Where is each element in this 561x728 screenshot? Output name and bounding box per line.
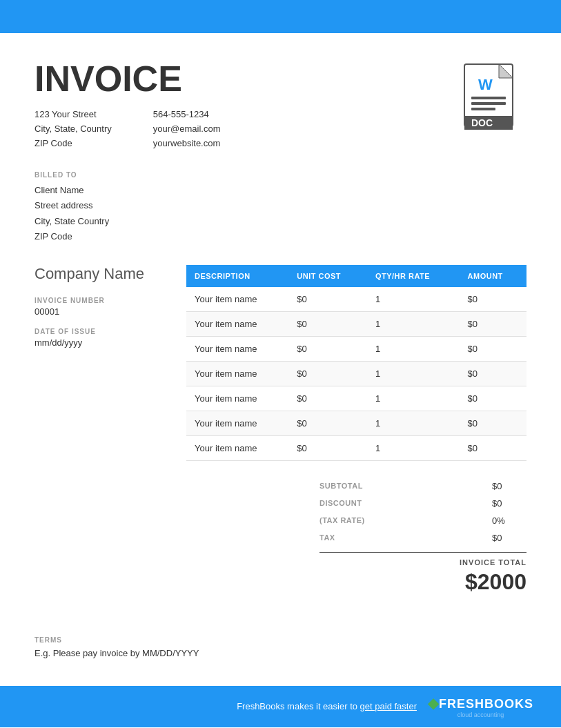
header-section: INVOICE 123 Your Street City, State, Cou… (35, 61, 526, 150)
discount-value: $0 (492, 498, 526, 509)
totals-table: SUBTOTAL $0 DISCOUNT $0 (TAX RATE) 0% TA… (319, 478, 526, 595)
cell-qty: 1 (367, 411, 460, 435)
cell-amount: $0 (460, 386, 526, 411)
cell-qty: 1 (367, 435, 460, 460)
terms-text: E.g. Please pay invoice by MM/DD/YYYY (35, 648, 526, 658)
invoice-table-container: DESCRIPTION UNIT COST QTY/HR RATE AMOUNT… (186, 265, 526, 461)
cell-unit-cost: $0 (288, 361, 367, 386)
invoice-title: INVOICE (35, 61, 220, 97)
tax-row: TAX $0 (319, 529, 526, 547)
main-content: INVOICE 123 Your Street City, State, Cou… (0, 33, 561, 686)
doc-icon: W DOC (457, 61, 526, 139)
billed-info: Client Name Street address City, State C… (35, 183, 526, 244)
invoice-number-block: INVOICE NUMBER 00001 (35, 297, 166, 317)
subtotal-value: $0 (492, 481, 526, 491)
leaf-icon: ◆ (428, 696, 439, 711)
table-row: Your item name $0 1 $0 (186, 435, 526, 460)
address-section: 123 Your Street City, State, Country ZIP… (35, 108, 220, 150)
cell-unit-cost: $0 (288, 287, 367, 312)
cell-amount: $0 (460, 287, 526, 312)
address-block: 123 Your Street City, State, Country ZIP… (35, 108, 112, 150)
discount-row: DISCOUNT $0 (319, 495, 526, 512)
svg-text:W: W (478, 76, 493, 93)
invoice-number-value: 00001 (35, 306, 166, 317)
tax-label: TAX (319, 533, 335, 542)
cell-description: Your item name (186, 411, 288, 435)
totals-section: SUBTOTAL $0 DISCOUNT $0 (TAX RATE) 0% TA… (35, 478, 526, 595)
svg-rect-4 (471, 102, 506, 105)
cell-qty: 1 (367, 361, 460, 386)
invoice-total-block: INVOICE TOTAL $2000 (319, 558, 526, 595)
footer-link[interactable]: get paid faster (360, 701, 417, 711)
client-street: Street address (35, 198, 526, 213)
top-bar (0, 0, 561, 33)
footer-text: FreshBooks makes it easier to get paid f… (237, 701, 417, 711)
cell-unit-cost: $0 (288, 311, 367, 336)
cell-qty: 1 (367, 311, 460, 336)
invoice-total-value: $2000 (465, 569, 526, 595)
cell-description: Your item name (186, 435, 288, 460)
cell-amount: $0 (460, 336, 526, 361)
date-of-issue-block: DATE OF ISSUE mm/dd/yyyy (35, 328, 166, 348)
tax-value: $0 (492, 533, 526, 543)
cell-description: Your item name (186, 386, 288, 411)
tax-rate-row: (TAX RATE) 0% (319, 512, 526, 529)
col-description: DESCRIPTION (186, 265, 288, 287)
client-name: Client Name (35, 183, 526, 198)
freshbooks-brand: ◆FRESHBOOKS (428, 695, 533, 711)
svg-rect-5 (471, 108, 495, 110)
table-row: Your item name $0 1 $0 (186, 411, 526, 435)
tax-rate-value: 0% (492, 515, 526, 526)
date-of-issue-value: mm/dd/yyyy (35, 337, 166, 348)
zip-address: ZIP Code (35, 137, 112, 151)
svg-text:DOC: DOC (471, 117, 493, 128)
cell-description: Your item name (186, 311, 288, 336)
invoice-header-left: INVOICE 123 Your Street City, State, Cou… (35, 61, 220, 150)
cell-qty: 1 (367, 287, 460, 312)
terms-section: TERMS E.g. Please pay invoice by MM/DD/Y… (35, 636, 526, 658)
invoice-number-label: INVOICE NUMBER (35, 297, 166, 304)
subtotal-label: SUBTOTAL (319, 482, 363, 490)
table-row: Your item name $0 1 $0 (186, 386, 526, 411)
cell-amount: $0 (460, 311, 526, 336)
totals-divider (319, 552, 526, 553)
company-name: Company Name (35, 265, 166, 283)
invoice-total-label: INVOICE TOTAL (460, 558, 526, 567)
contact-block: 564-555-1234 your@email.com yourwebsite.… (153, 108, 221, 150)
client-zip: ZIP Code (35, 229, 526, 244)
cell-description: Your item name (186, 361, 288, 386)
table-row: Your item name $0 1 $0 (186, 361, 526, 386)
phone: 564-555-1234 (153, 108, 221, 122)
subtotal-row: SUBTOTAL $0 (319, 478, 526, 495)
email: your@email.com (153, 122, 221, 137)
city-state-address: City, State, Country (35, 122, 112, 137)
cell-qty: 1 (367, 386, 460, 411)
col-amount: AMOUNT (460, 265, 526, 287)
invoice-table: DESCRIPTION UNIT COST QTY/HR RATE AMOUNT… (186, 265, 526, 461)
left-col: Company Name INVOICE NUMBER 00001 DATE O… (35, 265, 166, 461)
cell-unit-cost: $0 (288, 336, 367, 361)
tax-rate-label: (TAX RATE) (319, 516, 365, 524)
billed-section: BILLED TO Client Name Street address Cit… (35, 171, 526, 244)
discount-label: DISCOUNT (319, 499, 362, 507)
cell-qty: 1 (367, 336, 460, 361)
client-city-state: City, State Country (35, 214, 526, 229)
cell-unit-cost: $0 (288, 386, 367, 411)
cell-amount: $0 (460, 411, 526, 435)
street-address: 123 Your Street (35, 108, 112, 122)
freshbooks-logo: ◆FRESHBOOKS cloud accounting (428, 695, 533, 718)
col-unit-cost: UNIT COST (288, 265, 367, 287)
table-row: Your item name $0 1 $0 (186, 336, 526, 361)
table-header-row: DESCRIPTION UNIT COST QTY/HR RATE AMOUNT (186, 265, 526, 287)
terms-label: TERMS (35, 636, 526, 644)
website: yourwebsite.com (153, 137, 221, 151)
bottom-bar: FreshBooks makes it easier to get paid f… (0, 686, 561, 727)
cell-unit-cost: $0 (288, 435, 367, 460)
cell-description: Your item name (186, 287, 288, 312)
company-and-table: Company Name INVOICE NUMBER 00001 DATE O… (35, 265, 526, 461)
cell-unit-cost: $0 (288, 411, 367, 435)
date-of-issue-label: DATE OF ISSUE (35, 328, 166, 335)
table-row: Your item name $0 1 $0 (186, 311, 526, 336)
billed-to-label: BILLED TO (35, 171, 526, 179)
cell-amount: $0 (460, 435, 526, 460)
